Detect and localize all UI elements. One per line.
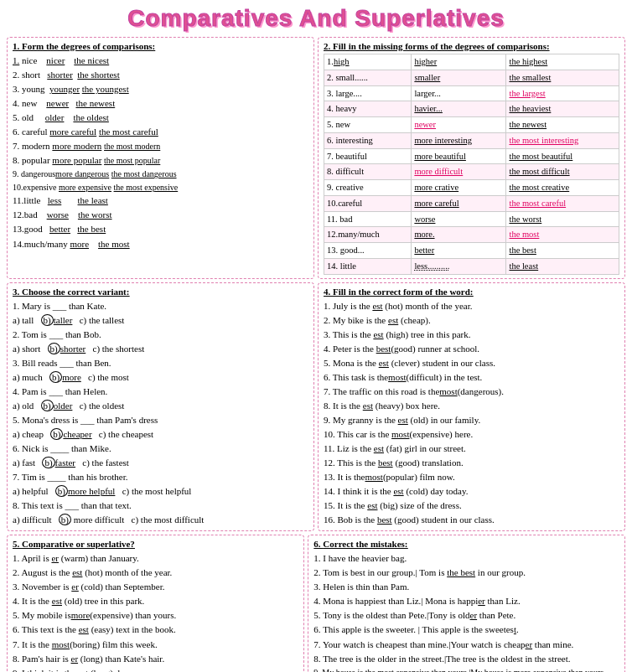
middle-sections: 3. Choose the correct variant: 1. Mary i… [7,282,625,532]
list-item: 8. The tree is the older in the street.|… [313,652,619,666]
list-item: a) fast b)faster c) the fastest [13,456,308,470]
list-item: 5. old older the oldest [13,111,308,125]
list-item: 16. Bob is the best (good) student in ou… [324,513,619,527]
list-item: 6. This task is themost(difficult) in th… [324,370,619,385]
list-item: 9. My house is the most expensive than y… [313,666,619,672]
list-item: 5. Mona is the est (clever) student in o… [324,356,619,370]
list-item: 8. Pam's hair is er (long) than Kate's h… [13,652,298,666]
list-item: 2. August is the est (hot) month of the … [13,566,298,580]
list-item: 13.good better the best [13,222,308,236]
table-row: 1.highhigherthe highest [324,54,619,70]
list-item: 1. July is the est (hot) month of the ye… [324,299,619,313]
section-1-title: 1. Form the degrees of comparisons: [13,41,308,51]
list-item: 7. The traffic on this road is themost(d… [324,385,619,399]
list-item: 4. Mona is happiest than Liz.| Mona is h… [313,594,619,608]
list-item: 5. Tony is the oldest than Pete.|Tony is… [313,608,619,623]
section-6: 6. Correct the mistakes: 1. I have the h… [308,535,625,672]
list-item: 1. I have the heavier bag. [313,551,619,566]
list-item: 3. November is er (cold) than September. [13,580,298,594]
list-item: 3. This is the est (high) tree in this p… [324,328,619,342]
list-item: 4. new newer the newest [13,96,308,111]
section-6-title: 6. Correct the mistakes: [313,539,619,549]
list-item: a) helpful b)more helpful c) the most he… [13,484,308,499]
section-3-title: 3. Choose the correct variant: [13,287,308,297]
list-item: 9. I think it is the est (long) day. [13,666,298,672]
list-item: 1. nice nicer the nicest [13,54,308,68]
table-row: 12.many/muchmore.the most [324,227,619,243]
table-row: 11. badworsethe worst [324,211,619,227]
list-item: 14.much/many more the most [13,237,308,251]
list-item: 11.little less the least [13,194,308,208]
list-item: 8. This text is ___ than that text. [13,499,308,513]
section-2-title: 2. Fill in the missing forms of the degr… [324,41,619,51]
list-item: 6. This apple is the sweeter. | This app… [313,623,619,637]
list-item: 3. young younger the youngest [13,82,308,96]
list-item: 2. Tom is best in our group.| Tom is the… [313,566,619,580]
list-item: 5. My mobile ismore(expensive) than your… [13,608,298,623]
list-item: 13. It is themost(popular) film now. [324,470,619,484]
list-item: 6. This text is the est (easy) text in t… [13,623,298,637]
page-title: Comparatives And Superlatives [7,5,625,32]
list-item: 7. Your watch is cheapest than mine.|You… [313,638,619,652]
list-item: 6. careful more careful the most careful [13,125,308,139]
bottom-sections: 5. Comparative or superlative? 1. April … [7,535,625,672]
list-item: 4. It is the est (old) tree in this park… [13,594,298,608]
list-item: 6. Nick is ____ than Mike. [13,442,308,456]
list-item: 5. Mona's dress is ___ than Pam's dress [13,413,308,427]
list-item: 10. This car is the most(expensive) here… [324,427,619,442]
section-1-rows: 1. nice nicer the nicest 2. short shorte… [13,54,308,251]
list-item: 8. popular more popular the most popular [13,153,308,168]
table-row: 7. beautifulmore beautifulthe most beaut… [324,148,619,164]
list-item: 4. Pam is ___ than Helen. [13,385,308,399]
section-1: 1. Form the degrees of comparisons: 1. n… [7,37,314,279]
list-item: 9. dangerousmore dangerous the most dang… [13,168,308,181]
table-row: 5. newnewerthe newest [324,117,619,133]
section-4-title: 4. Fill in the correct form of the word: [324,287,619,297]
list-item: 12.bad worse the worst [13,208,308,222]
list-item: 2. My bike is the est (cheap). [324,313,619,328]
table-row: 14. littleless..........the least [324,258,619,274]
list-item: 3. Helen is thin than Pam. [313,580,619,594]
list-item: a) difficult b) more difficult c) the mo… [13,513,308,527]
list-item: a) cheap b)cheaper c) the cheapest [13,427,308,442]
section-4: 4. Fill in the correct form of the word:… [318,282,625,532]
list-item: 9. My granny is the est (old) in our fam… [324,413,619,427]
list-item: 1. Mary is ___ than Kate. [13,299,308,313]
list-item: 4. Peter is the best(good) runner at sch… [324,342,619,356]
list-item: 7. Tim is ____ than his brother. [13,470,308,484]
section-3: 3. Choose the correct variant: 1. Mary i… [7,282,314,532]
list-item: 10.expensive more expensive the most exp… [13,181,308,194]
section-5: 5. Comparative or superlative? 1. April … [7,535,304,672]
section-5-title: 5. Comparative or superlative? [13,539,298,549]
list-item: a) short b)shorter c) the shortest [13,342,308,356]
list-item: 2. Tom is ___ than Bob. [13,328,308,342]
list-item: 8. It is the est (heavy) box here. [324,399,619,413]
list-item: 2. short shorter the shortest [13,68,308,82]
list-item: 7. modern more modern the most modern [13,139,308,153]
table-row: 8. difficultmore difficultthe most diffi… [324,164,619,180]
list-item: a) much b)more c) the most [13,370,308,385]
top-sections: 1. Form the degrees of comparisons: 1. n… [7,37,625,279]
table-row: 2. small......smallerthe smallest [324,70,619,85]
table-row: 3. large....larger...the largest [324,85,619,101]
list-item: a) old b)older c) the oldest [13,399,308,413]
page: Comparatives And Superlatives 1. Form th… [0,0,632,672]
list-item: a) tall b)taller c) the tallest [13,313,308,328]
table-row: 4. heavyhavier...the heaviest [324,101,619,117]
list-item: 7. It is the most(boring) film this week… [13,638,298,652]
section-2: 2. Fill in the missing forms of the degr… [318,37,625,279]
list-item: 1. April is er (warm) than January. [13,551,298,566]
list-item: 15. It is the est (big) size of the dres… [324,499,619,513]
list-item: 3. Bill reads ___ than Ben. [13,356,308,370]
list-item: 14. I think it is the est (cold) day tod… [324,484,619,499]
table-row: 9. creativemore crativethe most creative [324,180,619,196]
section-2-table: 1.highhigherthe highest 2. small......sm… [324,54,619,275]
table-row: 6. interestingmore interestingthe most i… [324,132,619,148]
list-item: 11. Liz is the est (fat) girl in our str… [324,442,619,456]
table-row: 13. good...betterthe best [324,243,619,259]
table-row: 10.carefulmore carefulthe most careful [324,195,619,211]
list-item: 12. This is the best (good) translation. [324,456,619,470]
